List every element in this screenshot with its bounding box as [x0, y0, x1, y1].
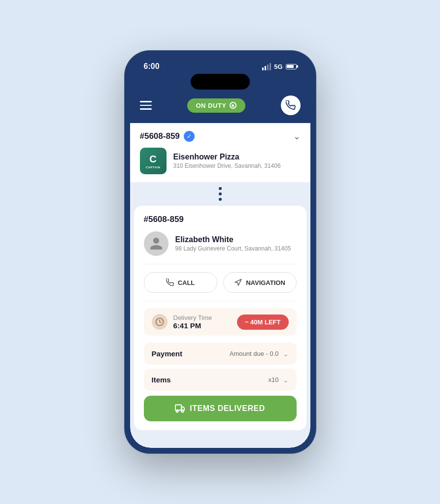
network-type: 5G [274, 63, 282, 70]
status-bar: 6:00 5G [130, 56, 310, 74]
delivery-time-row: Delivery Time 6:41 PM ~ 40M LEFT [144, 308, 297, 336]
delivered-btn-label: ITEMS DELIVERED [190, 404, 265, 413]
on-duty-label: ON DUTY [196, 102, 227, 109]
items-delivered-button[interactable]: ITEMS DELIVERED [144, 396, 297, 421]
dynamic-island [191, 74, 250, 90]
items-right: x10 ⌄ [269, 376, 289, 384]
customer-avatar [144, 231, 169, 256]
call-header-button[interactable] [281, 95, 301, 115]
items-label: Items [152, 376, 171, 384]
customer-info: Elizabeth White 98 Lady Guinevere Court,… [175, 235, 291, 252]
time-left-badge: ~ 40M LEFT [237, 315, 289, 330]
pickup-order-id: #5608-859 [140, 131, 180, 141]
call-button[interactable]: CALL [144, 272, 217, 293]
customer-name: Elizabeth White [175, 235, 291, 244]
delivery-time-left: Delivery Time 6:41 PM [152, 314, 212, 330]
pickup-order-id-row: #5608-859 ✓ [140, 131, 195, 142]
navigation-button[interactable]: NAVIGATION [223, 272, 297, 293]
payment-row[interactable]: Payment Amount due - 0.0 ⌄ [144, 343, 297, 365]
customer-row: Elizabeth White 98 Lady Guinevere Court,… [144, 231, 297, 264]
on-duty-badge[interactable]: ON DUTY [187, 98, 245, 113]
navigation-label: NAVIGATION [246, 279, 285, 286]
delivery-time-value: 6:41 PM [173, 321, 212, 330]
svg-point-5 [182, 410, 184, 412]
svg-rect-2 [175, 405, 182, 410]
action-buttons: CALL NAVIGATION [144, 264, 297, 301]
svg-marker-0 [235, 279, 241, 285]
payment-right: Amount due - 0.0 ⌄ [230, 350, 289, 358]
svg-marker-3 [182, 407, 185, 410]
restaurant-logo-caption: CAPTAIN [146, 166, 161, 169]
verified-icon: ✓ [184, 131, 195, 142]
delivery-order-id: #5608-859 [144, 215, 297, 224]
pickup-order-card: #5608-859 ✓ ⌄ C CAPTAIN Eisenhower Pizza… [130, 123, 310, 182]
call-label: CALL [178, 279, 195, 286]
top-nav: ON DUTY [130, 92, 310, 123]
payment-value: Amount due - 0.0 [230, 350, 279, 357]
restaurant-name: Eisenhower Pizza [173, 153, 281, 161]
items-row[interactable]: Items x10 ⌄ [144, 369, 297, 391]
route-divider [130, 182, 310, 206]
phone-screen: 6:00 5G ON DUTY [130, 56, 310, 448]
status-icons: 5G [262, 63, 296, 70]
delivery-card: #5608-859 Elizabeth White 98 Lady Guinev… [134, 206, 306, 430]
pickup-order-header: #5608-859 ✓ ⌄ [140, 131, 301, 142]
items-count: x10 [269, 376, 279, 383]
payment-label: Payment [152, 349, 183, 358]
restaurant-info: Eisenhower Pizza 310 Eisenhower Drive, S… [173, 153, 281, 169]
restaurant-row: C CAPTAIN Eisenhower Pizza 310 Eisenhowe… [140, 148, 301, 174]
restaurant-logo-letter: C [149, 154, 156, 165]
phone-frame: 6:00 5G ON DUTY [124, 50, 316, 454]
status-time: 6:00 [144, 62, 160, 71]
dotted-line [219, 187, 222, 201]
restaurant-logo: C CAPTAIN [140, 148, 167, 174]
pickup-chevron-icon[interactable]: ⌄ [293, 131, 301, 142]
clock-icon [152, 314, 168, 330]
signal-bars-icon [262, 63, 271, 70]
menu-button[interactable] [140, 101, 152, 110]
svg-point-4 [176, 410, 178, 412]
delivery-time-info: Delivery Time 6:41 PM [173, 314, 212, 330]
payment-chevron-icon: ⌄ [283, 350, 289, 358]
delivery-time-label: Delivery Time [173, 314, 212, 321]
battery-icon [286, 64, 297, 69]
main-content: #5608-859 ✓ ⌄ C CAPTAIN Eisenhower Pizza… [130, 123, 310, 448]
customer-address: 98 Lady Guinevere Court, Savannah, 31405 [175, 245, 291, 252]
location-dot-icon [230, 102, 237, 109]
items-chevron-icon: ⌄ [283, 376, 289, 384]
restaurant-address: 310 Eisenhower Drive, Savannah, 31406 [173, 162, 281, 169]
